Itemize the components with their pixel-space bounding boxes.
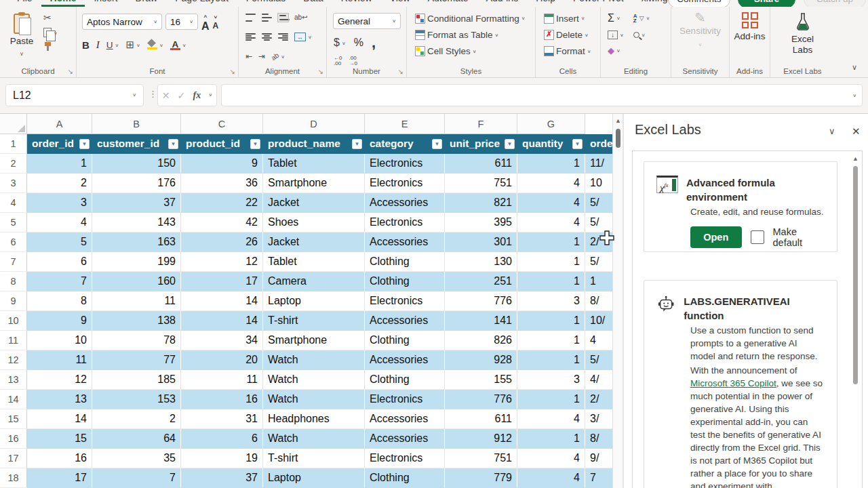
cell[interactable]: 9: [181, 154, 263, 174]
cell[interactable]: 611: [445, 154, 517, 174]
comma-style-button[interactable]: ,: [372, 39, 376, 46]
column-header-b[interactable]: B: [92, 114, 181, 134]
cell[interactable]: 130: [445, 252, 517, 272]
merge-center-button[interactable]: ↔∨: [294, 33, 312, 41]
filter-dropdown-icon[interactable]: ▼: [250, 139, 260, 149]
decrease-indent-button[interactable]: ⇤: [245, 52, 252, 61]
cell[interactable]: 153: [92, 390, 181, 409]
decrease-font-button[interactable]: ˅A: [213, 13, 219, 30]
font-size-combo[interactable]: 16∨: [165, 14, 198, 30]
filter-dropdown-icon[interactable]: ▼: [352, 139, 362, 149]
copy-button[interactable]: ∨: [43, 28, 58, 37]
top-align-button[interactable]: [245, 14, 256, 22]
cell[interactable]: 138: [92, 311, 181, 331]
cell[interactable]: 2: [92, 409, 181, 429]
cell[interactable]: 4: [517, 409, 585, 429]
ribbon-tab-formulas[interactable]: Formulas: [237, 0, 294, 7]
collapse-ribbon-chevron[interactable]: ∨: [852, 63, 857, 72]
row-number[interactable]: 8: [0, 272, 27, 291]
wrap-text-button[interactable]: ab↩: [294, 14, 308, 21]
cell[interactable]: 3/: [585, 409, 612, 429]
cell[interactable]: Accessories: [365, 409, 445, 429]
cell[interactable]: Jacket: [263, 232, 365, 252]
cell[interactable]: 776: [445, 390, 517, 409]
excel-labs-button[interactable]: Excel Labs: [770, 12, 835, 56]
cell[interactable]: 6: [181, 429, 263, 449]
row-number[interactable]: 17: [0, 449, 27, 468]
cell[interactable]: 13: [27, 390, 92, 409]
cell[interactable]: 1: [517, 311, 585, 331]
cell[interactable]: Laptop: [263, 468, 365, 488]
cell[interactable]: 2/: [585, 390, 612, 409]
cell[interactable]: 301: [445, 232, 517, 252]
orientation-button[interactable]: ab∨: [271, 53, 285, 60]
row-number[interactable]: 7: [0, 252, 27, 272]
catch-up-button[interactable]: Catch up: [804, 0, 866, 7]
cell[interactable]: Camera: [263, 272, 365, 291]
number-dialog-launcher[interactable]: ↘: [398, 68, 403, 75]
cell[interactable]: 751: [445, 449, 517, 468]
pane-scroll-up-arrow-icon[interactable]: ▲: [852, 155, 859, 162]
cell[interactable]: 1: [585, 272, 612, 291]
cell[interactable]: Accessories: [365, 350, 445, 370]
header-cell-quantity[interactable]: quantity▼: [517, 134, 585, 154]
row-number[interactable]: 2: [0, 154, 27, 174]
cell[interactable]: 5: [27, 232, 92, 252]
formula-input[interactable]: ∨: [221, 84, 863, 106]
cell[interactable]: 5/: [585, 350, 612, 370]
row-number[interactable]: 12: [0, 350, 27, 370]
row-number[interactable]: 11: [0, 331, 27, 350]
column-header-c[interactable]: C: [181, 114, 263, 134]
conditional-formatting-button[interactable]: Conditional Formatting∨: [415, 14, 526, 24]
cell[interactable]: Headphones: [263, 409, 365, 429]
row-number[interactable]: 18: [0, 468, 27, 488]
cell[interactable]: Clothing: [365, 272, 445, 291]
cancel-button[interactable]: ✕: [162, 90, 170, 101]
cell[interactable]: 26: [181, 232, 263, 252]
cell[interactable]: 1: [517, 232, 585, 252]
cell[interactable]: 10: [585, 174, 612, 193]
insert-function-button[interactable]: fx: [193, 90, 201, 101]
cell[interactable]: 7: [27, 272, 92, 291]
column-header-a[interactable]: A: [27, 114, 92, 134]
cell[interactable]: 64: [92, 429, 181, 449]
row-number[interactable]: 6: [0, 232, 27, 252]
ribbon-tab-add-ins[interactable]: Add-ins: [477, 0, 527, 7]
ribbon-tab-help[interactable]: Help: [527, 0, 564, 7]
cell[interactable]: Smartphone: [263, 331, 365, 350]
pane-close-icon[interactable]: ✕: [852, 125, 861, 138]
header-cell-product-name[interactable]: product_name▼: [263, 134, 365, 154]
row-number[interactable]: 14: [0, 390, 27, 409]
cell[interactable]: 22: [181, 193, 263, 213]
column-header-e[interactable]: E: [365, 114, 445, 134]
ribbon-tab-power-pivot[interactable]: Power Pivot: [564, 0, 633, 7]
cell[interactable]: Shoes: [263, 213, 365, 232]
cell[interactable]: 251: [445, 272, 517, 291]
autosum-button[interactable]: Σ∨: [608, 12, 624, 24]
cell[interactable]: 611: [445, 409, 517, 429]
cell[interactable]: 3: [27, 193, 92, 213]
row-number[interactable]: 10: [0, 311, 27, 331]
ribbon-tab-automate[interactable]: Automate: [419, 0, 477, 7]
align-right-button[interactable]: [278, 33, 288, 41]
format-painter-button[interactable]: [43, 42, 52, 51]
filter-dropdown-icon[interactable]: ▼: [79, 139, 90, 149]
filter-dropdown-icon[interactable]: ▼: [572, 139, 583, 149]
cell[interactable]: Watch: [263, 370, 365, 390]
cell[interactable]: 31: [181, 409, 263, 429]
cell[interactable]: Watch: [263, 390, 365, 409]
column-header-f[interactable]: F: [445, 114, 517, 134]
cell[interactable]: 6: [27, 252, 92, 272]
cell[interactable]: 10/: [585, 311, 612, 331]
cell[interactable]: Tablet: [263, 252, 365, 272]
middle-align-button[interactable]: [262, 14, 272, 22]
cell[interactable]: Electronics: [365, 174, 445, 193]
cell[interactable]: 4: [27, 213, 92, 232]
column-header-g[interactable]: G: [517, 114, 585, 134]
cell[interactable]: 11: [181, 370, 263, 390]
cell[interactable]: 4: [517, 213, 585, 232]
cell[interactable]: Accessories: [365, 311, 445, 331]
header-cell-category[interactable]: category▼: [365, 134, 445, 154]
row-number[interactable]: 5: [0, 213, 27, 232]
cell[interactable]: 4: [517, 449, 585, 468]
